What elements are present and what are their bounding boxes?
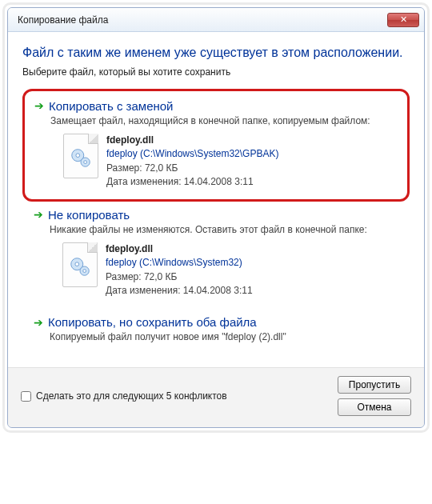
option-title: Не копировать <box>48 208 130 222</box>
titlebar: Копирование файла ✕ <box>8 8 424 32</box>
main-instruction: Файл с таким же именем уже существует в … <box>22 45 410 62</box>
file-path: fdeploy (C:\Windows\System32) <box>106 256 253 270</box>
file-name: fdeploy.dll <box>106 134 278 147</box>
apply-all-checkbox[interactable]: Сделать это для следующих 5 конфликтов <box>21 390 338 402</box>
checkbox-label: Сделать это для следующих 5 конфликтов <box>36 390 227 402</box>
dialog-body: Файл с таким же именем уже существует в … <box>8 32 424 367</box>
option-description: Копируемый файл получит новое имя "fdepl… <box>50 330 398 343</box>
option-title: Копировать с заменой <box>49 99 173 113</box>
checkbox-input[interactable] <box>21 391 31 402</box>
option-dont-copy[interactable]: ➔ Не копировать Никакие файлы не изменяю… <box>22 200 410 308</box>
file-size: Размер: 72,0 КБ <box>106 270 253 284</box>
arrow-icon: ➔ <box>34 100 44 111</box>
file-size: Размер: 72,0 КБ <box>106 162 278 175</box>
close-button[interactable]: ✕ <box>387 13 419 27</box>
window-title: Копирование файла <box>18 14 387 26</box>
option-description: Замещает файл, находящийся в конечной па… <box>50 114 398 127</box>
skip-button[interactable]: Пропустить <box>338 376 411 394</box>
option-title: Копировать, но сохранить оба файла <box>48 315 257 329</box>
option-description: Никакие файлы не изменяются. Оставить эт… <box>50 223 398 236</box>
arrow-icon: ➔ <box>34 317 43 328</box>
file-info: fdeploy.dll fdeploy (C:\Windows\System32… <box>63 134 398 190</box>
sub-instruction: Выберите файл, который вы хотите сохрани… <box>22 66 410 78</box>
file-path: fdeploy (C:\Windows\System32\GPBAK) <box>106 147 278 161</box>
option-keep-both[interactable]: ➔ Копировать, но сохранить оба файла Коп… <box>22 309 410 356</box>
file-date: Дата изменения: 14.04.2008 3:11 <box>106 175 278 189</box>
arrow-icon: ➔ <box>34 209 43 220</box>
file-info: fdeploy.dll fdeploy (C:\Windows\System32… <box>62 242 398 298</box>
svg-point-7 <box>83 269 86 272</box>
dialog-footer: Сделать это для следующих 5 конфликтов П… <box>8 367 424 427</box>
svg-point-1 <box>76 154 80 158</box>
cancel-button[interactable]: Отмена <box>338 398 411 416</box>
file-name: fdeploy.dll <box>106 242 253 256</box>
dialog-window: Копирование файла ✕ Файл с таким же имен… <box>7 7 425 428</box>
file-icon <box>62 242 98 287</box>
file-date: Дата изменения: 14.04.2008 3:11 <box>106 284 253 298</box>
svg-point-5 <box>75 262 79 266</box>
option-copy-replace[interactable]: ➔ Копировать с заменой Замещает файл, на… <box>22 89 410 202</box>
file-icon <box>63 134 98 178</box>
svg-point-3 <box>84 161 87 164</box>
